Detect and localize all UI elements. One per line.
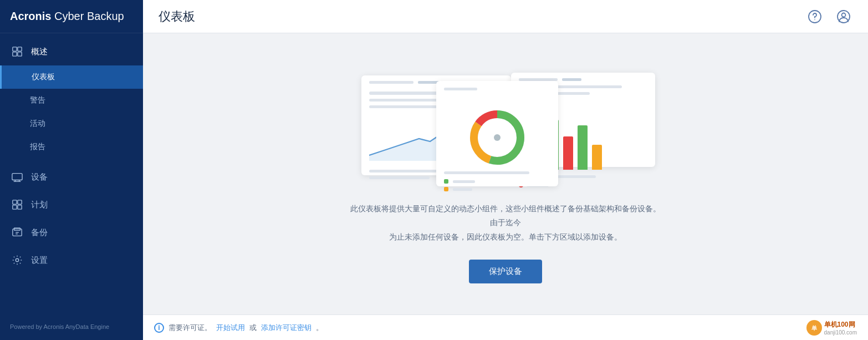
logo-area: Acronis Cyber Backup [0, 0, 143, 33]
card-center [436, 81, 558, 186]
svg-point-20 [842, 13, 846, 17]
sidebar-overview-label: 概述 [31, 47, 48, 57]
description-text: 此仪表板将提供大量可自定义的动态小组件，这些小组件概述了备份基础架构和备份设备。… [350, 202, 661, 244]
page-title: 仪表板 [159, 8, 195, 25]
sidebar: Acronis Cyber Backup 概述 仪表板 警告 [0, 0, 143, 340]
footer-connector: 或 [249, 323, 257, 333]
main-area: 仪表板 [143, 0, 868, 340]
brand-icon: 单 [806, 320, 822, 336]
footer-left: i 需要许可证。 开始试用 或 添加许可证密钥 。 [154, 323, 323, 333]
footer: i 需要许可证。 开始试用 或 添加许可证密钥 。 单 单机100网 danji… [143, 314, 868, 340]
svg-point-18 [814, 19, 815, 20]
sidebar-reports-label: 报告 [30, 142, 45, 152]
help-button[interactable] [806, 8, 824, 26]
svg-rect-0 [13, 47, 17, 51]
sidebar-item-overview[interactable]: 概述 [0, 38, 143, 65]
donut-chart [467, 107, 528, 168]
sidebar-activities-label: 活动 [30, 119, 45, 129]
sidebar-dashboard-label: 仪表板 [32, 72, 55, 82]
svg-rect-10 [13, 205, 17, 209]
sidebar-item-dashboard[interactable]: 仪表板 [0, 65, 143, 89]
svg-text:单: 单 [811, 325, 818, 331]
footer-trial-link[interactable]: 开始试用 [216, 323, 245, 333]
footer-license-link[interactable]: 添加许可证密钥 [261, 323, 312, 333]
topbar: 仪表板 [143, 0, 868, 33]
svg-rect-3 [18, 52, 22, 56]
sidebar-item-reports[interactable]: 报告 [0, 135, 143, 159]
sidebar-item-settings[interactable]: 设置 [0, 246, 143, 274]
sidebar-alerts-label: 警告 [30, 95, 45, 105]
bar-6 [592, 145, 602, 170]
sidebar-plans-label: 计划 [31, 200, 48, 210]
sidebar-devices-label: 设备 [31, 172, 48, 182]
svg-rect-11 [18, 205, 22, 209]
footer-right: 单 单机100网 danji100.com [806, 320, 857, 336]
topbar-icons [806, 8, 852, 26]
overview-icon [11, 45, 23, 58]
sidebar-overview-section: 概述 仪表板 警告 活动 报告 [0, 33, 143, 163]
sidebar-item-devices[interactable]: 设备 [0, 163, 143, 191]
sidebar-item-alerts[interactable]: 警告 [0, 89, 143, 112]
plans-icon [11, 199, 23, 211]
info-icon: i [154, 323, 164, 333]
footer-license-text: 需要许可证。 [169, 323, 212, 333]
content-area: 此仪表板将提供大量可自定义的动态小组件，这些小组件概述了备份基础架构和备份设备。… [143, 33, 868, 314]
sidebar-powered-by: Powered by Acronis AnyData Engine [0, 319, 143, 334]
svg-rect-1 [18, 47, 22, 51]
sidebar-item-activities[interactable]: 活动 [0, 112, 143, 135]
sidebar-settings-label: 设置 [31, 255, 48, 266]
bar-5 [578, 125, 588, 170]
svg-point-25 [494, 134, 501, 141]
dashboard-illustration [350, 64, 661, 186]
svg-rect-8 [13, 200, 17, 204]
svg-rect-9 [18, 200, 22, 204]
app-logo: Acronis Cyber Backup [10, 10, 124, 23]
svg-rect-4 [12, 174, 22, 180]
backup-icon [11, 226, 23, 238]
brand-sub: danji100.com [824, 329, 857, 336]
svg-point-16 [16, 258, 18, 261]
brand-logo: 单 单机100网 danji100.com [806, 320, 857, 336]
settings-icon [11, 254, 23, 266]
protect-devices-button[interactable]: 保护设备 [469, 260, 542, 283]
footer-period: 。 [316, 323, 323, 333]
svg-rect-2 [13, 52, 17, 56]
sidebar-item-backup[interactable]: 备份 [0, 219, 143, 246]
sidebar-backup-label: 备份 [31, 227, 48, 238]
devices-icon [11, 171, 23, 183]
user-button[interactable] [835, 8, 852, 26]
sidebar-item-plans[interactable]: 计划 [0, 191, 143, 219]
bar-4 [563, 136, 573, 170]
brand-label: 单机100网 [824, 320, 857, 329]
